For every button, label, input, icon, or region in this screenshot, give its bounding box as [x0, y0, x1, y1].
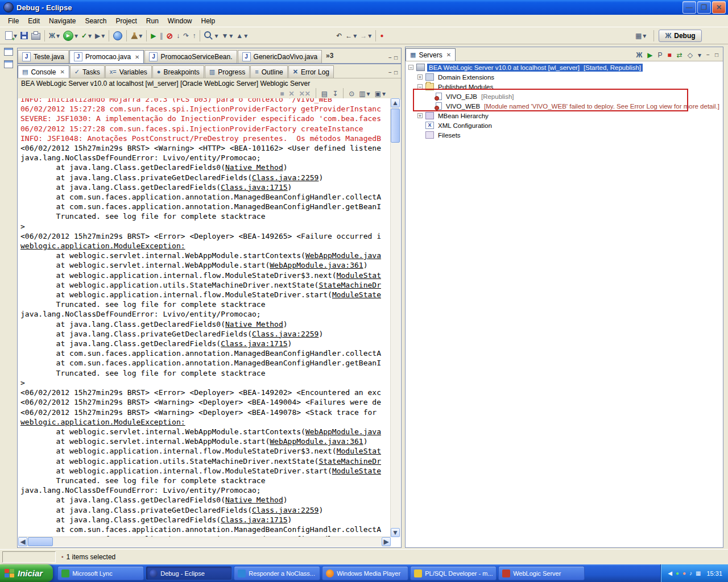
- editor-tab-genericdaovivo-java[interactable]: JGenericDaoVivo.java: [238, 50, 322, 63]
- stacktrace-link[interactable]: ModuleStat: [337, 271, 381, 280]
- suspend-button[interactable]: ∥: [158, 28, 165, 43]
- editor-tab-promocaoservicebean[interactable]: JPromocaoServiceBean.: [144, 50, 237, 63]
- scroll-up-button[interactable]: ▲: [391, 98, 400, 107]
- print-button[interactable]: [30, 28, 42, 43]
- minimize-button[interactable]: —: [682, 1, 696, 14]
- menu-edit[interactable]: Edit: [23, 16, 44, 26]
- display-selected-console-button[interactable]: ▥▾: [357, 90, 371, 98]
- console-output[interactable]: INFO: Inicializando Mojarra 2.0.3 (FCS b…: [18, 98, 391, 537]
- taskbar-item-weblogic-server[interactable]: WebLogic Server: [498, 566, 585, 580]
- stacktrace-link[interactable]: WebAppModule.java: [305, 251, 381, 260]
- horizontal-scroll-thumb[interactable]: [28, 537, 53, 546]
- clean-server-button[interactable]: ◇: [686, 51, 694, 59]
- external-tools-button[interactable]: ▶▾: [93, 28, 106, 43]
- resume-button[interactable]: ▶: [149, 28, 158, 43]
- tab-breakpoints[interactable]: ●Breakpoints: [152, 65, 204, 78]
- terminate-button[interactable]: ⊘: [165, 28, 175, 43]
- tree-row-vivo-web[interactable]: VIVO_WEB[Module named 'VIVO_WEB' failed …: [406, 101, 722, 111]
- close-tab-icon[interactable]: ✕: [60, 69, 64, 75]
- clear-console-button[interactable]: ▤: [320, 90, 329, 98]
- editor-tab-teste-java[interactable]: JTeste.java: [18, 50, 69, 63]
- hide-tray-icons-icon[interactable]: ◀: [668, 571, 672, 576]
- stacktrace-link[interactable]: Class.java:1715: [221, 339, 287, 348]
- stacktrace-link[interactable]: Native Method: [225, 320, 283, 329]
- stacktrace-link[interactable]: StateMachineDr: [318, 281, 381, 289]
- remove-launch-button[interactable]: ✕: [287, 90, 296, 98]
- stacktrace-link[interactable]: StateMachineDr: [318, 457, 381, 465]
- tree-row-mbean-hierarchy[interactable]: +MBean Hierarchy: [406, 111, 722, 120]
- tray-lync-status-icon[interactable]: ●: [676, 571, 679, 576]
- stacktrace-link[interactable]: WebAppModule.java: [305, 427, 381, 436]
- maximize-view-button[interactable]: □: [714, 52, 719, 59]
- editor-tab-promocao-java[interactable]: JPromocao.java✕: [69, 50, 144, 63]
- tree-row-xml-configuration[interactable]: XML Configuration: [406, 120, 722, 130]
- menu-help[interactable]: Help: [197, 16, 220, 26]
- stacktrace-link[interactable]: Class.java:2259: [252, 330, 318, 338]
- menu-window[interactable]: Window: [163, 16, 197, 26]
- publish-server-button[interactable]: ⇄: [676, 51, 684, 59]
- volume-icon[interactable]: ♪: [689, 571, 692, 576]
- fast-view-icon-2[interactable]: [4, 60, 13, 68]
- stacktrace-link[interactable]: ModuleState: [332, 290, 381, 299]
- step-over-button[interactable]: ↷: [181, 28, 191, 43]
- terminate-console-button[interactable]: ■: [278, 90, 286, 98]
- ant-build-button[interactable]: ▾: [129, 28, 144, 43]
- stacktrace-link[interactable]: Class.java:2259: [252, 173, 318, 182]
- stacktrace-link[interactable]: Native Method: [225, 496, 283, 504]
- view-menu-button[interactable]: ▾: [697, 51, 702, 59]
- web-browser-button[interactable]: [111, 28, 124, 43]
- minimize-view-icon[interactable]: −: [388, 70, 392, 76]
- forward-button[interactable]: →▾: [358, 28, 373, 43]
- vertical-scroll-thumb[interactable]: [391, 109, 400, 143]
- stacktrace-link[interactable]: ModuleState: [332, 467, 381, 475]
- start-button[interactable]: Iniciar: [0, 564, 53, 582]
- tree-expander-icon[interactable]: −: [417, 84, 423, 89]
- close-view-icon[interactable]: ✕: [446, 52, 451, 58]
- editor-tab-overflow[interactable]: »3: [326, 52, 333, 60]
- last-edit-location-button[interactable]: ↶: [334, 28, 344, 43]
- menu-navigate[interactable]: Navigate: [44, 16, 80, 26]
- taskbar-item-debug-eclipse[interactable]: Debug - Eclipse: [146, 566, 232, 580]
- tree-row-filesets[interactable]: Filesets: [406, 130, 722, 140]
- tab-servers[interactable]: ▦ Servers ✕: [406, 48, 456, 61]
- scroll-right-button[interactable]: ▶: [382, 537, 391, 546]
- menu-run[interactable]: Run: [142, 16, 163, 26]
- stacktrace-link[interactable]: Class.java:2259: [252, 506, 318, 514]
- minimize-view-icon[interactable]: −: [388, 55, 392, 61]
- stop-server-button[interactable]: ■: [667, 51, 673, 59]
- maximize-button[interactable]: ❐: [697, 1, 711, 14]
- start-server-button[interactable]: ▶: [646, 51, 653, 59]
- tab-error-log[interactable]: ✕Error Log: [288, 65, 334, 78]
- stacktrace-link[interactable]: Class.java:1715: [221, 183, 287, 192]
- menu-search[interactable]: Search: [80, 16, 111, 26]
- open-perspective-button[interactable]: ▦▾: [632, 30, 649, 41]
- next-annotation-button[interactable]: ▼▾: [220, 28, 234, 43]
- scroll-lock-button[interactable]: ↧: [330, 90, 340, 98]
- save-button[interactable]: [19, 28, 30, 43]
- step-return-button[interactable]: ↑: [191, 28, 197, 43]
- tab-outline[interactable]: ≡Outline: [250, 65, 287, 78]
- step-into-button[interactable]: ↓: [175, 28, 181, 43]
- stacktrace-link[interactable]: WebAppModule.java:361: [270, 261, 363, 269]
- debug-perspective-button[interactable]: Ж Debug: [659, 30, 701, 42]
- fast-view-icon-1[interactable]: [4, 48, 13, 56]
- stacktrace-link[interactable]: weblogic.application.ModuleException:: [20, 418, 185, 426]
- debug-server-button[interactable]: Ж: [635, 51, 643, 59]
- remove-all-launches-button[interactable]: ✕✕: [297, 90, 312, 98]
- scroll-left-button[interactable]: ◀: [18, 537, 27, 546]
- console-horizontal-scrollbar[interactable]: ◀ ▶: [18, 537, 391, 547]
- stacktrace-link[interactable]: Class.java:1715: [221, 516, 287, 524]
- tree-row-domain-extensions[interactable]: +Domain Extensions: [406, 72, 722, 82]
- network-icon[interactable]: ▦: [696, 571, 701, 576]
- tree-expander-icon[interactable]: −: [408, 65, 413, 70]
- tab-tasks[interactable]: ✓Tasks: [70, 65, 105, 78]
- tree-row-vivo-ejb[interactable]: VIVO_EJB[Republish]: [406, 92, 722, 101]
- search-button[interactable]: ▾: [202, 28, 220, 43]
- maximize-view-icon[interactable]: □: [394, 55, 398, 61]
- taskbar-item-responder-a-noclass[interactable]: Responder a NoClass...: [234, 566, 320, 580]
- close-button[interactable]: ✕: [712, 1, 726, 14]
- close-tab-icon[interactable]: ✕: [135, 54, 139, 60]
- stacktrace-link[interactable]: Native Method: [225, 163, 283, 172]
- menu-file[interactable]: File: [3, 16, 23, 26]
- tab-progress[interactable]: ▥Progress: [205, 65, 250, 78]
